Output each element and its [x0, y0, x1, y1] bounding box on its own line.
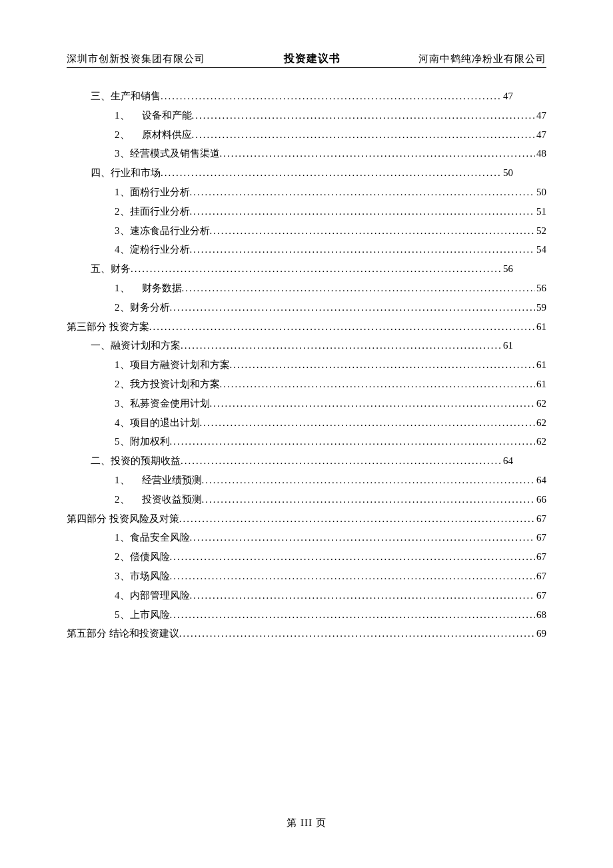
page-header: 深圳市创新投资集团有限公司 投资建议书 河南中鹤纯净粉业有限公司 [67, 52, 546, 68]
toc-entry-label: 财务数据 [142, 279, 182, 298]
toc-entry-page: 61 [535, 355, 546, 375]
toc-entry-label: 第五部分 结论和投资建议 [67, 624, 179, 643]
toc-entry-label: 二、投资的预期收益 [91, 451, 181, 471]
toc-entry-label: 2、财务分析 [115, 298, 170, 317]
toc-entry-page: 67 [535, 567, 546, 586]
toc-entry-page: 47 [502, 87, 546, 106]
toc-leader-dots [170, 432, 536, 451]
table-of-contents: 三、生产和销售471、设备和产能472、原材料供应473、经营模式及销售渠道48… [67, 87, 546, 643]
toc-entry: 4、项目的退出计划62 [67, 413, 546, 433]
toc-entry-page: 50 [502, 163, 546, 183]
toc-entry: 二、投资的预期收益64 [67, 451, 546, 471]
toc-entry-page: 67 [535, 586, 546, 605]
toc-entry: 2、原材料供应47 [67, 125, 546, 145]
toc-entry-prefix: 1、 [115, 279, 130, 298]
toc-entry-label: 4、淀粉行业分析 [115, 240, 190, 259]
toc-entry-page: 68 [535, 605, 546, 625]
toc-leader-dots [190, 183, 536, 202]
toc-entry: 1、食品安全风险67 [67, 528, 546, 547]
toc-entry: 4、内部管理风险67 [67, 586, 546, 605]
toc-entry-label: 3、经营模式及销售渠道 [115, 144, 220, 163]
toc-entry: 第三部分 投资方案61 [67, 317, 546, 337]
toc-leader-dots [190, 528, 536, 547]
toc-entry-page: 50 [535, 183, 546, 202]
toc-entry: 3、市场风险67 [67, 567, 546, 586]
toc-leader-dots [170, 547, 536, 567]
toc-entry: 5、附加权利62 [67, 432, 546, 451]
toc-leader-dots [220, 144, 536, 163]
toc-leader-dots [179, 624, 535, 643]
toc-leader-dots [190, 240, 536, 259]
toc-entry-page: 54 [535, 240, 546, 259]
toc-entry-page: 67 [535, 528, 546, 547]
toc-entry-page: 47 [535, 106, 546, 125]
toc-leader-dots [190, 202, 536, 221]
toc-entry-label: 设备和产能 [142, 106, 192, 125]
toc-entry-label: 第三部分 投资方案 [67, 317, 149, 337]
toc-leader-dots [202, 471, 536, 490]
toc-entry-page: 69 [535, 624, 546, 643]
toc-leader-dots [131, 259, 502, 279]
toc-entry: 1、面粉行业分析50 [67, 183, 546, 202]
toc-entry: 1、财务数据56 [67, 279, 546, 298]
toc-leader-dots [192, 125, 536, 145]
toc-leader-dots [200, 413, 536, 433]
toc-entry-label: 一、融资计划和方案 [91, 336, 181, 355]
toc-entry-label: 3、速冻食品行业分析 [115, 221, 210, 241]
toc-entry-page: 66 [535, 490, 546, 509]
toc-entry: 一、融资计划和方案61 [67, 336, 546, 355]
toc-entry: 1、项目方融资计划和方案61 [67, 355, 546, 375]
toc-entry-label: 1、项目方融资计划和方案 [115, 355, 230, 375]
toc-entry-label: 四、行业和市场 [91, 163, 161, 183]
toc-entry: 3、速冻食品行业分析52 [67, 221, 546, 241]
toc-entry-label: 2、偿债风险 [115, 547, 170, 567]
toc-leader-dots [170, 298, 536, 317]
toc-leader-dots [210, 394, 536, 413]
toc-entry-page: 61 [535, 375, 546, 394]
toc-entry-label: 第四部分 投资风险及对策 [67, 509, 179, 529]
toc-entry: 1、设备和产能47 [67, 106, 546, 125]
document-page: 深圳市创新投资集团有限公司 投资建议书 河南中鹤纯净粉业有限公司 三、生产和销售… [0, 0, 613, 683]
toc-entry-page: 62 [535, 432, 546, 451]
toc-entry-page: 48 [535, 144, 546, 163]
toc-entry: 5、上市风险68 [67, 605, 546, 625]
toc-leader-dots [202, 490, 536, 509]
toc-entry: 2、财务分析59 [67, 298, 546, 317]
toc-leader-dots [210, 221, 536, 241]
toc-entry-label: 3、私募资金使用计划 [115, 394, 210, 413]
toc-leader-dots [170, 605, 536, 625]
header-left-text: 深圳市创新投资集团有限公司 [67, 53, 205, 65]
toc-entry-page: 62 [535, 413, 546, 433]
toc-entry-page: 62 [535, 394, 546, 413]
toc-entry-label: 5、上市风险 [115, 605, 170, 625]
toc-leader-dots [161, 87, 502, 106]
toc-entry: 2、偿债风险67 [67, 547, 546, 567]
toc-leader-dots [190, 586, 536, 605]
toc-entry-page: 51 [535, 202, 546, 221]
toc-entry: 四、行业和市场50 [67, 163, 546, 183]
toc-entry-page: 59 [535, 298, 546, 317]
toc-leader-dots [161, 163, 502, 183]
toc-entry: 2、投资收益预测66 [67, 490, 546, 509]
toc-leader-dots [181, 336, 502, 355]
toc-entry-page: 67 [535, 509, 546, 529]
toc-entry-label: 原材料供应 [142, 125, 192, 145]
toc-entry-label: 2、我方投资计划和方案 [115, 375, 220, 394]
toc-entry-label: 经营业绩预测 [142, 471, 202, 490]
toc-leader-dots [179, 509, 535, 529]
toc-entry-prefix: 2、 [115, 125, 130, 145]
toc-entry: 4、淀粉行业分析54 [67, 240, 546, 259]
header-center-title: 投资建议书 [284, 52, 340, 66]
toc-entry-label: 4、项目的退出计划 [115, 413, 200, 433]
toc-entry-page: 64 [502, 451, 546, 471]
toc-entry: 3、经营模式及销售渠道48 [67, 144, 546, 163]
toc-entry-label: 投资收益预测 [142, 490, 202, 509]
header-right-text: 河南中鹤纯净粉业有限公司 [418, 53, 546, 65]
toc-entry-page: 67 [535, 547, 546, 567]
toc-leader-dots [192, 106, 536, 125]
toc-entry-page: 47 [535, 125, 546, 145]
toc-entry-label: 3、市场风险 [115, 567, 170, 586]
toc-leader-dots [149, 317, 535, 337]
toc-entry: 3、私募资金使用计划62 [67, 394, 546, 413]
toc-entry-page: 64 [535, 471, 546, 490]
